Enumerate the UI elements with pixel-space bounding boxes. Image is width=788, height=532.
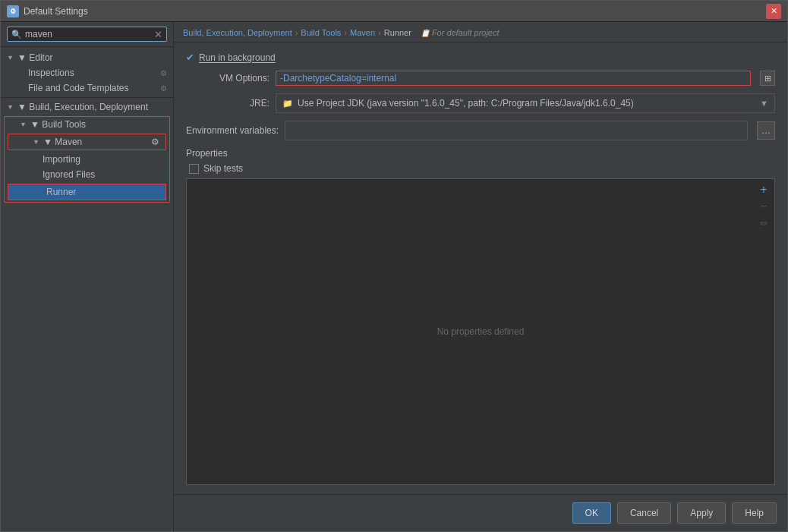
properties-section: Properties Skip tests No properties defi… — [186, 148, 775, 485]
env-vars-input[interactable] — [289, 125, 743, 136]
jre-dropdown-arrow-icon: ▼ — [760, 99, 768, 108]
ok-button[interactable]: OK — [572, 502, 611, 524]
apply-button[interactable]: Apply — [677, 502, 726, 524]
bc-sep3: › — [378, 28, 381, 37]
editor-label: ▼ Editor — [17, 52, 167, 63]
maven-arrow-icon: ▼ — [33, 138, 42, 146]
build-arrow-icon: ▼ — [7, 103, 16, 111]
content-area: 🔍 ✕ ▼ ▼ Editor Inspections ⚙ Fil — [1, 22, 787, 531]
bc-sep1: › — [295, 28, 298, 37]
footer: OK Cancel Apply Help — [174, 494, 787, 531]
vm-options-label: VM Options: — [186, 73, 269, 83]
run-in-background-label: Run in background — [199, 52, 276, 63]
env-vars-dots-button[interactable]: … — [757, 121, 775, 140]
bc-build-tools: Build Tools — [301, 28, 341, 37]
close-button[interactable]: ✕ — [766, 4, 781, 19]
add-property-button[interactable]: + — [756, 182, 771, 197]
maven-label: ▼ Maven — [43, 137, 151, 147]
env-vars-input-wrap — [285, 121, 748, 140]
jre-row: JRE: 📁 Use Project JDK (java version "1.… — [186, 93, 775, 113]
bc-runner: Runner — [384, 28, 411, 37]
jre-dropdown[interactable]: 📁 Use Project JDK (java version "1.6.0_4… — [276, 93, 775, 113]
jre-label: JRE: — [186, 98, 269, 109]
runner-label: Runner — [46, 187, 159, 197]
env-vars-row: Environment variables: … — [186, 121, 775, 140]
build-tools-label: ▼ Build Tools — [30, 119, 163, 130]
sidebar-item-importing[interactable]: Importing — [5, 152, 169, 167]
vm-options-row: VM Options: ⊞ — [186, 71, 775, 86]
bc-default-note: 📋 For default project — [421, 28, 500, 37]
no-properties-text: No properties defined — [437, 326, 525, 337]
sidebar-item-file-code-templates[interactable]: File and Code Templates ⚙ — [1, 80, 173, 96]
sidebar-item-editor[interactable]: ▼ ▼ Editor — [1, 50, 173, 65]
sidebar-item-inspections[interactable]: Inspections ⚙ — [1, 65, 173, 80]
edit-property-button[interactable]: ✏ — [756, 216, 771, 231]
jre-value: Use Project JDK (java version "1.6.0_45"… — [298, 98, 760, 109]
sidebar-item-runner[interactable]: Runner — [8, 184, 166, 200]
run-in-bg-check-icon: ✔ — [186, 52, 194, 63]
sidebar: 🔍 ✕ ▼ ▼ Editor Inspections ⚙ Fil — [1, 22, 174, 531]
importing-label: Importing — [43, 154, 163, 165]
ignored-files-label: Ignored Files — [43, 169, 163, 180]
skip-tests-row: Skip tests — [186, 163, 775, 174]
sidebar-divider — [1, 97, 173, 98]
window-title: Default Settings — [24, 6, 766, 17]
clear-search-icon[interactable]: ✕ — [154, 30, 162, 39]
bc-maven: Maven — [350, 28, 375, 37]
sidebar-item-build-exec-deploy[interactable]: ▼ ▼ Build, Execution, Deployment — [1, 99, 173, 115]
runner-content: ✔ Run in background VM Options: ⊞ JRE: 📁 — [174, 42, 787, 494]
file-code-settings-icon: ⚙ — [160, 84, 167, 93]
inspections-label: Inspections — [28, 68, 160, 78]
properties-table: No properties defined + − ✏ — [186, 178, 775, 485]
vm-options-expand-button[interactable]: ⊞ — [760, 71, 775, 86]
cancel-button[interactable]: Cancel — [617, 502, 671, 524]
skip-tests-label: Skip tests — [203, 163, 243, 174]
breadcrumb: Build, Execution, Deployment › Build Too… — [174, 22, 787, 42]
bc-sep2: › — [344, 28, 347, 37]
editor-arrow-icon: ▼ — [7, 54, 16, 61]
file-code-templates-label: File and Code Templates — [28, 83, 160, 93]
app-icon: ⚙ — [7, 5, 19, 17]
remove-property-button[interactable]: − — [756, 199, 771, 214]
run-in-background-row: ✔ Run in background — [186, 52, 775, 63]
title-bar: ⚙ Default Settings ✕ — [1, 1, 787, 22]
search-box: 🔍 ✕ — [1, 22, 173, 47]
tree-container: ▼ ▼ Editor Inspections ⚙ File and Code T… — [1, 47, 173, 531]
maven-settings-icon: ⚙ — [151, 137, 159, 147]
vm-options-input-wrap — [276, 71, 751, 86]
sidebar-item-build-tools[interactable]: ▼ ▼ Build Tools — [5, 117, 169, 132]
search-input-wrap: 🔍 ✕ — [7, 27, 167, 42]
main-panel: Build, Execution, Deployment › Build Too… — [174, 22, 787, 531]
bc-build-exec: Build, Execution, Deployment — [183, 28, 292, 37]
sidebar-item-ignored-files[interactable]: Ignored Files — [5, 167, 169, 182]
properties-actions: + − ✏ — [756, 182, 771, 231]
properties-label: Properties — [186, 148, 775, 159]
build-exec-deploy-label: ▼ Build, Execution, Deployment — [17, 102, 167, 112]
search-input[interactable] — [25, 29, 154, 39]
help-button[interactable]: Help — [732, 502, 777, 524]
inspections-settings-icon: ⚙ — [160, 69, 167, 77]
search-icon: 🔍 — [11, 30, 22, 39]
skip-tests-checkbox[interactable] — [189, 164, 199, 174]
env-vars-label: Environment variables: — [186, 125, 279, 136]
sidebar-item-maven[interactable]: ▼ ▼ Maven ⚙ — [8, 134, 165, 150]
jdk-icon: 📁 — [282, 99, 293, 109]
default-settings-window: ⚙ Default Settings ✕ 🔍 ✕ ▼ ▼ Editor — [0, 0, 788, 532]
build-tools-arrow-icon: ▼ — [20, 121, 29, 128]
vm-options-input[interactable] — [280, 73, 746, 83]
